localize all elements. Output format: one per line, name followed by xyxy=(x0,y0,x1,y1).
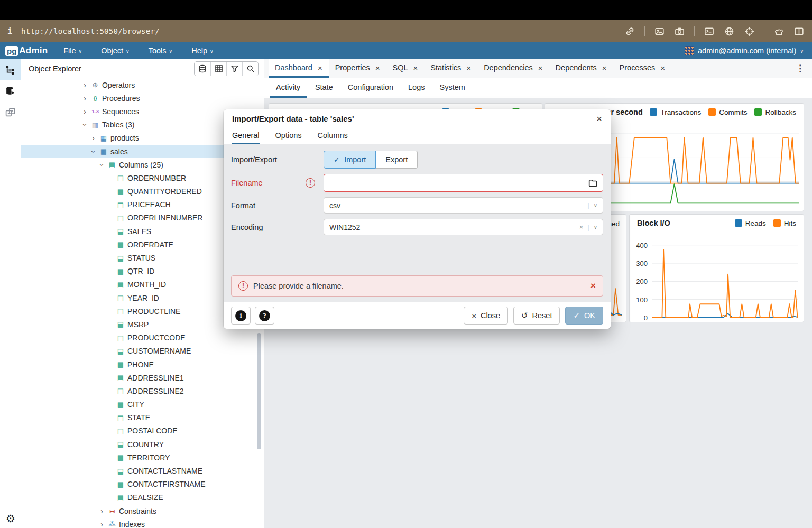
help-button[interactable]: ? xyxy=(255,307,274,325)
tree-item-productcode[interactable]: ›▤PRODUCTCODE xyxy=(21,331,264,345)
link-icon[interactable] xyxy=(624,26,635,37)
close-tab-icon[interactable]: × xyxy=(318,64,322,72)
subtab-system[interactable]: System xyxy=(433,78,471,98)
url-text[interactable]: http://localhost:5050/browser/ xyxy=(21,27,160,35)
tab-processes[interactable]: Processes× xyxy=(613,59,671,78)
subtab-state[interactable]: State xyxy=(309,78,339,98)
rail-object-explorer-icon[interactable] xyxy=(0,59,21,80)
tree-item-contactfirstname[interactable]: ›▤CONTACTFIRSTNAME xyxy=(21,478,264,491)
chevron-expanded-icon[interactable]: › xyxy=(98,160,106,169)
tree-item-indexes[interactable]: ›⁂Indexes xyxy=(21,517,264,528)
subtab-logs[interactable]: Logs xyxy=(402,78,431,98)
camera-icon[interactable] xyxy=(674,26,685,37)
tree-item-state[interactable]: ›▤STATE xyxy=(21,411,264,424)
chevron-expanded-icon[interactable]: › xyxy=(81,121,89,129)
subtab-activity[interactable]: Activity xyxy=(270,78,307,98)
chevron-collapsed-icon[interactable]: › xyxy=(89,134,98,142)
export-toggle-button[interactable]: Export xyxy=(376,151,418,169)
chevron-collapsed-icon[interactable]: › xyxy=(97,520,106,528)
split-view-icon[interactable] xyxy=(793,26,805,37)
tree-item-label: ADDRESSLINE1 xyxy=(127,374,184,382)
sql-info-button[interactable]: i xyxy=(231,307,251,325)
filename-row: Filename ! xyxy=(231,174,603,192)
tree-item-contactlastname[interactable]: ›▤CONTACTLASTNAME xyxy=(21,464,264,477)
chevron-down-icon[interactable]: ∨ xyxy=(594,202,597,208)
divider xyxy=(694,26,695,36)
tree-item-city[interactable]: ›▤CITY xyxy=(21,398,264,411)
error-dismiss-icon[interactable]: × xyxy=(590,281,596,291)
tab-statistics[interactable]: Statistics× xyxy=(424,59,477,78)
legend-swatch xyxy=(650,108,657,116)
close-tab-icon[interactable]: × xyxy=(602,64,607,72)
block-io-chart xyxy=(652,238,798,318)
folder-browse-icon[interactable] xyxy=(588,178,598,188)
filter-icon[interactable] xyxy=(226,62,242,76)
clear-icon[interactable]: × xyxy=(579,223,584,231)
globe-icon[interactable] xyxy=(724,26,735,37)
chevron-collapsed-icon[interactable]: › xyxy=(80,81,89,89)
tree-item-operators[interactable]: ›⊕Operators xyxy=(21,78,264,91)
rail-query-tool-icon[interactable] xyxy=(0,80,21,101)
ok-button[interactable]: ✓ OK xyxy=(565,307,603,325)
close-tab-icon[interactable]: × xyxy=(413,64,418,72)
extension-icon[interactable] xyxy=(773,26,785,37)
close-tab-icon[interactable]: × xyxy=(375,64,380,72)
format-select[interactable]: csv | ∨ xyxy=(324,197,603,214)
close-tab-icon[interactable]: × xyxy=(660,64,665,72)
menu-help[interactable]: Help∨ xyxy=(191,47,213,55)
crosshair-icon[interactable] xyxy=(744,26,755,37)
terminal-icon[interactable] xyxy=(704,26,715,37)
tree-scrollbar-thumb[interactable] xyxy=(257,333,261,449)
media-icon[interactable] xyxy=(654,26,665,37)
menu-object[interactable]: Object∨ xyxy=(101,47,130,55)
grid-view-icon[interactable] xyxy=(210,62,226,76)
tree-item-territory[interactable]: ›▤TERRITORY xyxy=(21,451,264,464)
tab-properties[interactable]: Properties× xyxy=(329,59,386,78)
tree-item-label: Tables (3) xyxy=(102,121,134,129)
dialog-tab-general[interactable]: General xyxy=(232,128,260,144)
filename-input[interactable] xyxy=(329,179,588,187)
tree-item-postalcode[interactable]: ›▤POSTALCODE xyxy=(21,424,264,438)
chevron-collapsed-icon[interactable]: › xyxy=(80,107,89,116)
close-button[interactable]: × Close xyxy=(464,307,508,325)
reset-button[interactable]: ↺ Reset xyxy=(513,307,560,325)
info-icon[interactable]: i xyxy=(7,26,21,36)
close-tab-icon[interactable]: × xyxy=(466,64,471,72)
tree-item-phone[interactable]: ›▤PHONE xyxy=(21,358,264,371)
tab-dashboard[interactable]: Dashboard× xyxy=(269,59,329,78)
tree-item-constraints[interactable]: ›▸◂Constraints xyxy=(21,504,264,517)
dialog-tab-options[interactable]: Options xyxy=(275,128,302,144)
dialog-close-icon[interactable]: × xyxy=(596,114,602,124)
subtab-configuration[interactable]: Configuration xyxy=(342,78,400,98)
tree-item-country[interactable]: ›▤COUNTRY xyxy=(21,438,264,451)
column-icon: ▤ xyxy=(115,307,126,315)
tree-item-customername[interactable]: ›▤CUSTOMERNAME xyxy=(21,345,264,358)
tab-label: Processes xyxy=(620,63,656,72)
tree-item-addressline1[interactable]: ›▤ADDRESSLINE1 xyxy=(21,371,264,384)
import-toggle-button[interactable]: ✓ Import xyxy=(324,151,376,169)
user-menu[interactable]: admin@admin.com (internal) ∨ xyxy=(685,46,804,55)
encoding-select[interactable]: WIN1252 × | ∨ xyxy=(324,219,603,235)
tab-dependencies[interactable]: Dependencies× xyxy=(477,59,549,78)
column-icon: ▤ xyxy=(115,214,126,222)
chevron-collapsed-icon[interactable]: › xyxy=(80,94,89,103)
dialog-header[interactable]: Import/Export data - table 'sales' × xyxy=(224,109,611,128)
kebab-menu-icon[interactable]: ⋮ xyxy=(788,63,812,74)
tab-dependents[interactable]: Dependents× xyxy=(549,59,613,78)
menu-file[interactable]: File∨ xyxy=(63,47,82,55)
search-icon[interactable] xyxy=(242,62,258,76)
settings-gear-icon[interactable]: ⚙ xyxy=(0,512,21,525)
tree-item-dealsize[interactable]: ›▤DEALSIZE xyxy=(21,491,264,504)
rail-schema-diff-icon[interactable] xyxy=(0,101,21,123)
chevron-down-icon[interactable]: ∨ xyxy=(594,224,597,230)
connect-database-icon[interactable] xyxy=(195,62,210,76)
tree-item-addressline2[interactable]: ›▤ADDRESSLINE2 xyxy=(21,384,264,397)
chevron-expanded-icon[interactable]: › xyxy=(89,147,98,156)
tab-sql[interactable]: SQL× xyxy=(386,59,425,78)
column-icon: ▤ xyxy=(115,440,126,448)
close-tab-icon[interactable]: × xyxy=(538,64,543,72)
chevron-collapsed-icon[interactable]: › xyxy=(97,507,106,515)
menu-tools[interactable]: Tools∨ xyxy=(149,47,172,55)
dialog-tab-columns[interactable]: Columns xyxy=(318,128,348,144)
tree-item-procedures[interactable]: ›{}Procedures xyxy=(21,91,264,105)
